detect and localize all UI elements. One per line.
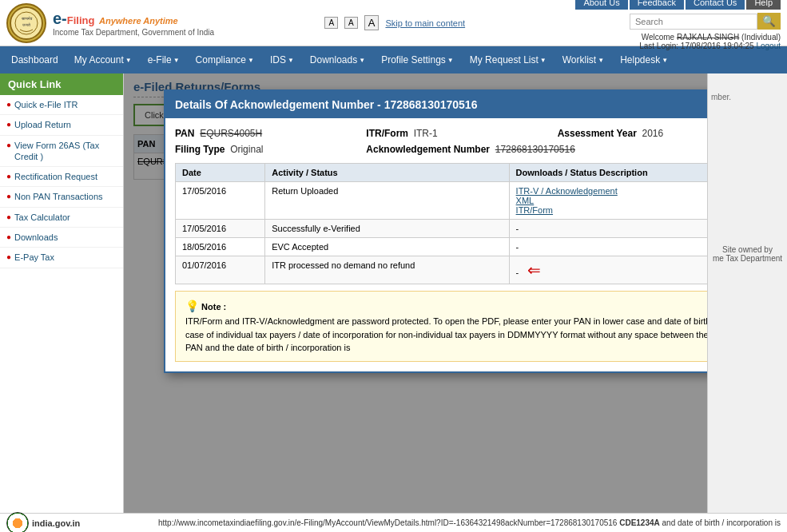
nav-dashboard[interactable]: Dashboard	[3, 50, 66, 70]
nav-efile[interactable]: e-File ▼	[140, 50, 188, 70]
logo-text: e-Filing Anywhere Anytime Income Tax Dep…	[53, 10, 214, 37]
sidebar-label: Rectification Request	[14, 171, 97, 182]
url-text: http://www.incometaxindiaefiling.gov.in/…	[158, 518, 617, 527]
bullet-icon: ●	[6, 172, 11, 181]
nav-helpdesk[interactable]: Helpdesk ▼	[612, 50, 676, 70]
sidebar-item-rectification[interactable]: ● Rectification Request	[0, 167, 123, 187]
modal-filing-type-row: Filing Type Original	[175, 144, 353, 155]
nav-efile-arrow: ▼	[173, 57, 180, 64]
cell-date: 01/07/2016	[176, 256, 265, 284]
font-small-btn[interactable]: A	[324, 17, 338, 29]
cell-downloads: -	[509, 238, 707, 256]
sidebar-label: Non PAN Transactions	[14, 191, 102, 202]
filing-type-value: Original	[230, 144, 263, 155]
acknowledgement-modal: Details Of Acknowledgement Number - 1728…	[164, 89, 707, 373]
font-med-btn[interactable]: A	[344, 17, 358, 29]
site-owner-label: Site owned byme Tax Department	[711, 245, 784, 263]
india-gov-logo[interactable]: india.gov.in	[6, 512, 80, 533]
url-suffix: and date of birth / incorporation is	[662, 518, 781, 527]
nav-compliance[interactable]: Compliance ▼	[188, 50, 262, 70]
content-area: Quick Link ● Quick e-File ITR ● Upload R…	[0, 73, 787, 532]
tagline: Anywhere Anytime	[99, 16, 178, 26]
feedback-btn[interactable]: Feedback	[630, 0, 684, 10]
sidebar-label: Quick e-File ITR	[14, 99, 78, 110]
cell-downloads: - ⇐	[509, 256, 707, 284]
sidebar-item-quick-efile[interactable]: ● Quick e-File ITR	[0, 95, 123, 115]
nav-request-list[interactable]: My Request List ▼	[462, 50, 554, 70]
table-row: 17/05/2016 Return Uploaded ITR-V / Ackno…	[176, 182, 708, 220]
sidebar-label: Tax Calculator	[14, 212, 70, 223]
dept-name: Income Tax Department, Government of Ind…	[53, 28, 214, 37]
modal-itr-row: ITR/Form ITR-1	[366, 128, 544, 139]
bullet-icon: ●	[6, 141, 11, 149]
itrv-ack-link[interactable]: ITR-V / Acknowledgement	[516, 186, 707, 196]
nav-profile-settings[interactable]: Profile Settings ▼	[373, 50, 462, 70]
sidebar-item-tax-calc[interactable]: ● Tax Calculator	[0, 208, 123, 228]
cell-activity: EVC Accepted	[265, 238, 509, 256]
xml-link[interactable]: XML	[516, 196, 707, 205]
sidebar-title: Quick Link	[0, 73, 123, 95]
table-row: 17/05/2016 Successfully e-Verified -	[176, 220, 708, 238]
bullet-icon: ●	[6, 100, 11, 109]
sidebar-label: Upload Return	[14, 119, 71, 130]
cell-downloads: -	[509, 220, 707, 238]
skip-link[interactable]: Skip to main content	[385, 18, 465, 28]
nav-worklist-arrow: ▼	[598, 57, 604, 64]
sidebar-item-upload-return[interactable]: ● Upload Return	[0, 115, 123, 135]
cell-date: 17/05/2016	[176, 182, 265, 220]
sidebar-item-form26as[interactable]: ● View Form 26AS (Tax Credit )	[0, 136, 123, 168]
search-input[interactable]	[630, 14, 757, 30]
nav-downloads[interactable]: Downloads ▼	[302, 50, 373, 70]
bullet-icon: ●	[6, 212, 11, 221]
cell-downloads: ITR-V / Acknowledgement XML ITR/Form	[509, 182, 707, 220]
sidebar-item-epay-tax[interactable]: ● E-Pay Tax	[0, 248, 123, 268]
nav-my-account-arrow: ▼	[125, 57, 132, 64]
cell-activity: Return Uploaded	[265, 182, 509, 220]
dash-value: -	[516, 268, 519, 277]
sidebar-item-non-pan[interactable]: ● Non PAN Transactions	[0, 187, 123, 207]
table-row: 01/07/2016 ITR processed no demand no re…	[176, 256, 708, 284]
logout-link[interactable]: Logout	[756, 42, 781, 50]
th-downloads: Downloads / Status Description	[509, 164, 707, 182]
svg-text:जयते: जयते	[22, 22, 30, 27]
cell-activity: Successfully e-Verified	[265, 220, 509, 238]
last-login-value: 17/08/2016 19:04:25	[681, 42, 754, 50]
modal-title: Details Of Acknowledgement Number - 1728…	[175, 98, 477, 111]
contact-us-btn[interactable]: Contact Us	[686, 0, 745, 10]
th-date: Date	[176, 164, 265, 182]
header: सत्यमेव जयते e-Filing Anywhere Anytime I…	[0, 0, 787, 46]
right-panel: mber. Site owned byme Tax Department	[707, 73, 787, 532]
nav-worklist[interactable]: Worklist ▼	[554, 50, 612, 70]
main-nav: Dashboard My Account ▼ e-File ▼ Complian…	[0, 46, 787, 73]
bullet-icon: ●	[6, 120, 11, 129]
help-btn[interactable]: Help	[746, 0, 781, 10]
sidebar-label: Downloads	[14, 232, 58, 243]
user-type: (Individual)	[741, 33, 781, 42]
bottom-bar: india.gov.in http://www.incometaxindiaef…	[0, 513, 787, 532]
itrform-link[interactable]: ITR/Form	[516, 205, 707, 215]
bullet-icon: ●	[6, 232, 11, 241]
modal-body: PAN EQURS4005H ITR/Form ITR-1 Assessment…	[165, 118, 707, 371]
itr-label: ITR/Form	[366, 128, 408, 139]
search-button[interactable]: 🔍	[757, 13, 781, 30]
nav-request-arrow: ▼	[540, 57, 547, 64]
nav-ids[interactable]: IDS ▼	[262, 50, 302, 70]
ay-value: 2016	[642, 128, 664, 139]
modal-ay-row: Assessment Year 2016	[558, 128, 707, 139]
url-bar: http://www.incometaxindiaefiling.gov.in/…	[158, 518, 781, 527]
top-nav: About Us Feedback Contact Us Help	[575, 0, 781, 10]
about-us-btn[interactable]: About Us	[575, 0, 627, 10]
font-large-btn[interactable]: A	[364, 15, 380, 30]
table-row: 18/05/2016 EVC Accepted -	[176, 238, 708, 256]
cde-code: CDE1234A	[619, 518, 660, 527]
right-panel-text: mber.	[711, 93, 784, 101]
welcome-label: Welcome	[642, 33, 675, 42]
nav-my-account[interactable]: My Account ▼	[66, 50, 140, 70]
th-activity: Activity / Status	[265, 164, 509, 182]
nav-downloads-arrow: ▼	[359, 57, 365, 64]
font-size-controls: A A A Skip to main content	[324, 15, 465, 30]
india-gov-text: india.gov.in	[32, 518, 80, 528]
ack-value: 172868130170516	[495, 144, 575, 155]
sidebar-item-downloads[interactable]: ● Downloads	[0, 228, 123, 248]
user-name: RAJKALA SINGH	[677, 33, 739, 42]
